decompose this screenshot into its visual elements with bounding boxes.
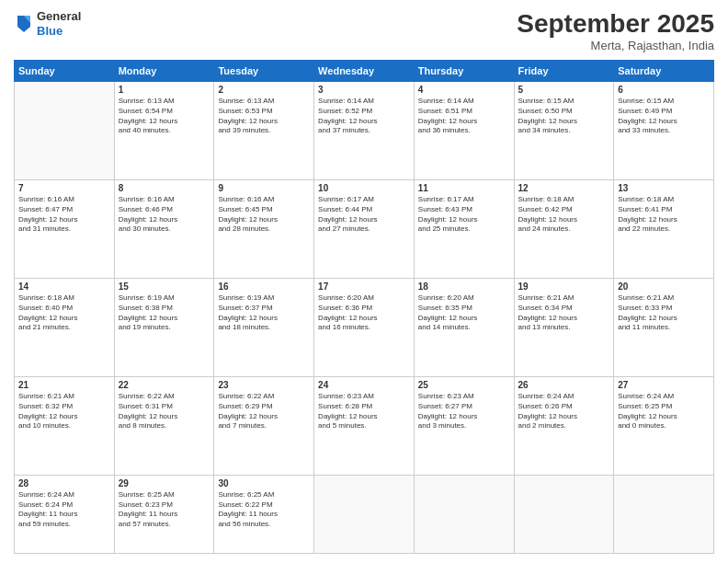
- table-row: 4Sunrise: 6:14 AM Sunset: 6:51 PM Daylig…: [414, 82, 514, 180]
- day-number: 30: [218, 478, 310, 488]
- day-info: Sunrise: 6:22 AM Sunset: 6:31 PM Dayligh…: [119, 392, 210, 431]
- day-info: Sunrise: 6:16 AM Sunset: 6:46 PM Dayligh…: [119, 195, 210, 235]
- day-number: 2: [218, 85, 310, 95]
- table-row: [514, 475, 614, 553]
- day-info: Sunrise: 6:18 AM Sunset: 6:42 PM Dayligh…: [518, 195, 610, 235]
- day-number: 26: [518, 380, 610, 390]
- location-subtitle: Merta, Rajasthan, India: [517, 39, 714, 52]
- day-number: 29: [119, 478, 210, 488]
- day-number: 21: [18, 380, 110, 390]
- table-row: 16Sunrise: 6:19 AM Sunset: 6:37 PM Dayli…: [214, 278, 314, 376]
- calendar-week-row: 14Sunrise: 6:18 AM Sunset: 6:40 PM Dayli…: [15, 278, 714, 376]
- day-number: 5: [518, 85, 610, 95]
- table-row: 18Sunrise: 6:20 AM Sunset: 6:35 PM Dayli…: [414, 278, 514, 376]
- day-number: 20: [618, 282, 710, 292]
- day-info: Sunrise: 6:20 AM Sunset: 6:35 PM Dayligh…: [418, 293, 510, 333]
- calendar-table: Sunday Monday Tuesday Wednesday Thursday…: [14, 60, 714, 554]
- table-row: [614, 475, 714, 553]
- day-number: 14: [18, 282, 110, 292]
- table-row: 5Sunrise: 6:15 AM Sunset: 6:50 PM Daylig…: [514, 82, 614, 180]
- table-row: 24Sunrise: 6:23 AM Sunset: 6:28 PM Dayli…: [314, 376, 415, 475]
- logo-text: General Blue: [37, 9, 81, 38]
- day-number: 9: [218, 183, 310, 193]
- day-info: Sunrise: 6:24 AM Sunset: 6:24 PM Dayligh…: [18, 490, 110, 530]
- table-row: 21Sunrise: 6:21 AM Sunset: 6:32 PM Dayli…: [15, 376, 115, 475]
- logo-icon: [16, 14, 32, 34]
- day-number: 6: [618, 85, 710, 95]
- table-row: 22Sunrise: 6:22 AM Sunset: 6:31 PM Dayli…: [114, 376, 214, 475]
- day-info: Sunrise: 6:23 AM Sunset: 6:28 PM Dayligh…: [318, 392, 410, 431]
- table-row: 3Sunrise: 6:14 AM Sunset: 6:52 PM Daylig…: [314, 82, 415, 180]
- day-info: Sunrise: 6:23 AM Sunset: 6:27 PM Dayligh…: [418, 392, 510, 431]
- table-row: 17Sunrise: 6:20 AM Sunset: 6:36 PM Dayli…: [314, 278, 415, 376]
- day-info: Sunrise: 6:21 AM Sunset: 6:34 PM Dayligh…: [518, 293, 610, 333]
- calendar-week-row: 28Sunrise: 6:24 AM Sunset: 6:24 PM Dayli…: [15, 475, 714, 553]
- col-sunday: Sunday: [15, 61, 115, 82]
- table-row: 25Sunrise: 6:23 AM Sunset: 6:27 PM Dayli…: [414, 376, 514, 475]
- day-info: Sunrise: 6:16 AM Sunset: 6:47 PM Dayligh…: [18, 195, 110, 235]
- day-info: Sunrise: 6:13 AM Sunset: 6:54 PM Dayligh…: [119, 97, 210, 136]
- table-row: 27Sunrise: 6:24 AM Sunset: 6:25 PM Dayli…: [614, 376, 714, 475]
- col-wednesday: Wednesday: [314, 61, 415, 82]
- logo-blue: Blue: [37, 24, 81, 39]
- day-info: Sunrise: 6:21 AM Sunset: 6:33 PM Dayligh…: [618, 293, 710, 333]
- col-monday: Monday: [114, 61, 214, 82]
- table-row: 14Sunrise: 6:18 AM Sunset: 6:40 PM Dayli…: [15, 278, 115, 376]
- table-row: 6Sunrise: 6:15 AM Sunset: 6:49 PM Daylig…: [614, 82, 714, 180]
- logo: General Blue: [14, 9, 81, 38]
- day-number: 3: [318, 85, 410, 95]
- day-info: Sunrise: 6:19 AM Sunset: 6:37 PM Dayligh…: [218, 293, 310, 333]
- day-info: Sunrise: 6:22 AM Sunset: 6:29 PM Dayligh…: [218, 392, 310, 431]
- day-number: 4: [418, 85, 510, 95]
- calendar-week-row: 21Sunrise: 6:21 AM Sunset: 6:32 PM Dayli…: [15, 376, 714, 475]
- day-info: Sunrise: 6:15 AM Sunset: 6:49 PM Dayligh…: [618, 97, 710, 136]
- day-info: Sunrise: 6:16 AM Sunset: 6:45 PM Dayligh…: [218, 195, 310, 235]
- table-row: [15, 82, 115, 180]
- table-row: 7Sunrise: 6:16 AM Sunset: 6:47 PM Daylig…: [15, 179, 115, 278]
- day-info: Sunrise: 6:18 AM Sunset: 6:41 PM Dayligh…: [618, 195, 710, 235]
- table-row: 10Sunrise: 6:17 AM Sunset: 6:44 PM Dayli…: [314, 179, 415, 278]
- calendar-week-row: 7Sunrise: 6:16 AM Sunset: 6:47 PM Daylig…: [15, 179, 714, 278]
- table-row: 28Sunrise: 6:24 AM Sunset: 6:24 PM Dayli…: [15, 475, 115, 553]
- header: General Blue September 2025 Merta, Rajas…: [14, 9, 714, 52]
- day-number: 16: [218, 282, 310, 292]
- day-number: 27: [618, 380, 710, 390]
- col-friday: Friday: [514, 61, 614, 82]
- table-row: 12Sunrise: 6:18 AM Sunset: 6:42 PM Dayli…: [514, 179, 614, 278]
- table-row: 29Sunrise: 6:25 AM Sunset: 6:23 PM Dayli…: [114, 475, 214, 553]
- table-row: 23Sunrise: 6:22 AM Sunset: 6:29 PM Dayli…: [214, 376, 314, 475]
- day-info: Sunrise: 6:14 AM Sunset: 6:51 PM Dayligh…: [418, 97, 510, 136]
- table-row: 1Sunrise: 6:13 AM Sunset: 6:54 PM Daylig…: [114, 82, 214, 180]
- day-number: 18: [418, 282, 510, 292]
- table-row: 26Sunrise: 6:24 AM Sunset: 6:26 PM Dayli…: [514, 376, 614, 475]
- day-number: 8: [119, 183, 210, 193]
- table-row: 15Sunrise: 6:19 AM Sunset: 6:38 PM Dayli…: [114, 278, 214, 376]
- logo-general: General: [37, 9, 81, 24]
- day-info: Sunrise: 6:19 AM Sunset: 6:38 PM Dayligh…: [119, 293, 210, 333]
- month-title: September 2025: [517, 9, 714, 39]
- table-row: 20Sunrise: 6:21 AM Sunset: 6:33 PM Dayli…: [614, 278, 714, 376]
- day-number: 15: [119, 282, 210, 292]
- day-number: 23: [218, 380, 310, 390]
- calendar-week-row: 1Sunrise: 6:13 AM Sunset: 6:54 PM Daylig…: [15, 82, 714, 180]
- day-info: Sunrise: 6:14 AM Sunset: 6:52 PM Dayligh…: [318, 97, 410, 136]
- day-info: Sunrise: 6:25 AM Sunset: 6:23 PM Dayligh…: [119, 490, 210, 530]
- day-info: Sunrise: 6:17 AM Sunset: 6:43 PM Dayligh…: [418, 195, 510, 235]
- day-number: 22: [119, 380, 210, 390]
- table-row: 19Sunrise: 6:21 AM Sunset: 6:34 PM Dayli…: [514, 278, 614, 376]
- table-row: 13Sunrise: 6:18 AM Sunset: 6:41 PM Dayli…: [614, 179, 714, 278]
- day-number: 13: [618, 183, 710, 193]
- table-row: [314, 475, 415, 553]
- table-row: 8Sunrise: 6:16 AM Sunset: 6:46 PM Daylig…: [114, 179, 214, 278]
- day-number: 12: [518, 183, 610, 193]
- day-info: Sunrise: 6:13 AM Sunset: 6:53 PM Dayligh…: [218, 97, 310, 136]
- col-thursday: Thursday: [414, 61, 514, 82]
- day-number: 10: [318, 183, 410, 193]
- day-info: Sunrise: 6:20 AM Sunset: 6:36 PM Dayligh…: [318, 293, 410, 333]
- calendar-header-row: Sunday Monday Tuesday Wednesday Thursday…: [15, 61, 714, 82]
- day-number: 11: [418, 183, 510, 193]
- day-info: Sunrise: 6:15 AM Sunset: 6:50 PM Dayligh…: [518, 97, 610, 136]
- day-info: Sunrise: 6:17 AM Sunset: 6:44 PM Dayligh…: [318, 195, 410, 235]
- table-row: 9Sunrise: 6:16 AM Sunset: 6:45 PM Daylig…: [214, 179, 314, 278]
- day-number: 19: [518, 282, 610, 292]
